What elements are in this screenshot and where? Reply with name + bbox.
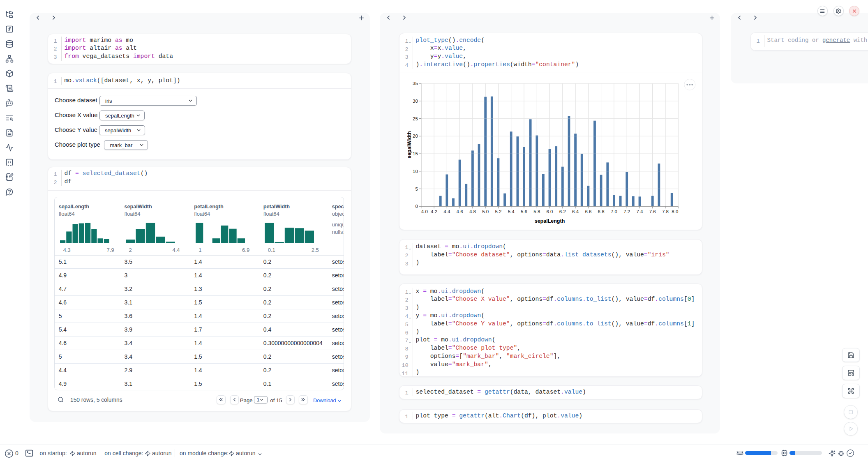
svg-text:7.0: 7.0 xyxy=(610,209,617,214)
svg-text:20: 20 xyxy=(413,134,418,138)
svg-text:30: 30 xyxy=(413,98,418,103)
svg-text:4.2: 4.2 xyxy=(431,209,437,214)
svg-text:0: 0 xyxy=(415,204,418,209)
svg-text:6.6: 6.6 xyxy=(585,209,591,214)
svg-text:25: 25 xyxy=(413,116,418,121)
svg-text:7.2: 7.2 xyxy=(623,209,630,214)
svg-text:6.0: 6.0 xyxy=(546,209,553,214)
svg-text:5.8: 5.8 xyxy=(533,209,540,214)
svg-text:15: 15 xyxy=(413,151,418,156)
svg-text:sepalWidth: sepalWidth xyxy=(406,131,412,159)
svg-text:4.8: 4.8 xyxy=(469,209,476,214)
svg-text:5.2: 5.2 xyxy=(495,209,501,214)
svg-text:8.0: 8.0 xyxy=(672,209,678,214)
svg-text:6.2: 6.2 xyxy=(559,209,566,214)
svg-text:7.8: 7.8 xyxy=(662,209,669,214)
svg-text:7.6: 7.6 xyxy=(649,209,656,214)
svg-text:4.6: 4.6 xyxy=(456,209,463,214)
svg-text:6.8: 6.8 xyxy=(598,209,604,214)
svg-text:sepalLength: sepalLength xyxy=(534,218,565,224)
svg-text:5: 5 xyxy=(415,186,418,191)
svg-text:10: 10 xyxy=(413,168,418,173)
svg-text:35: 35 xyxy=(413,81,418,86)
svg-text:5.6: 5.6 xyxy=(521,209,527,214)
svg-text:5.4: 5.4 xyxy=(508,209,515,214)
svg-text:4.0: 4.0 xyxy=(421,209,427,214)
svg-text:7.4: 7.4 xyxy=(636,209,643,214)
svg-text:6.4: 6.4 xyxy=(572,209,579,214)
svg-text:5.0: 5.0 xyxy=(482,209,489,214)
svg-text:4.4: 4.4 xyxy=(443,209,450,214)
